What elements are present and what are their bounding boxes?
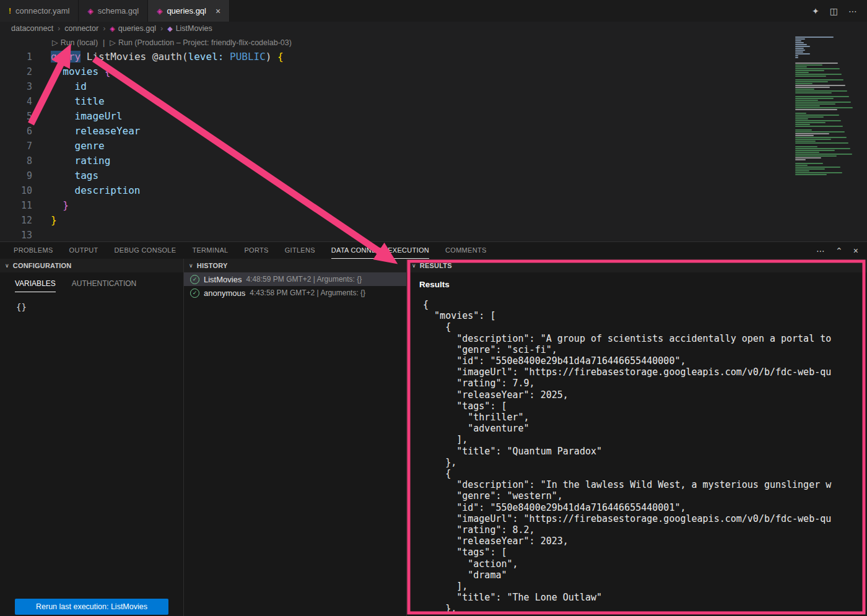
- codelens-bar: ▷Run (local) | ▷Run (Production – Projec…: [0, 35, 867, 50]
- minimap-line: [795, 85, 845, 86]
- editor-title-actions: ✦ ◫ ⋯: [812, 0, 867, 22]
- minimap-line: [795, 59, 865, 60]
- breadcrumb: dataconnect›connector›◈queries.gql›◆List…: [0, 22, 867, 35]
- code-token: id: [75, 80, 87, 92]
- breadcrumb-item-dataconnect[interactable]: dataconnect: [11, 24, 53, 33]
- minimap-line: [795, 90, 847, 92]
- panel-tab-gitlens[interactable]: GITLENS: [285, 242, 315, 259]
- history-item-anonymous[interactable]: ✓anonymous4:43:58 PM GMT+2 | Arguments: …: [184, 286, 406, 300]
- code-line-4: 4 title: [0, 94, 867, 109]
- minimap-line: [795, 96, 849, 97]
- panel-tab-debug-console[interactable]: DEBUG CONSOLE: [115, 242, 176, 259]
- breadcrumb-item-listmovies[interactable]: ◆ListMovies: [167, 24, 212, 33]
- code-text: [32, 228, 51, 241]
- panel-tab-output[interactable]: OUTPUT: [69, 242, 98, 259]
- code-token: rating: [75, 155, 111, 167]
- code-token: [51, 199, 63, 211]
- panel-tab-bar: PROBLEMSOUTPUTDEBUG CONSOLETERMINALPORTS…: [0, 242, 867, 259]
- panel-more-icon[interactable]: ⋯: [816, 246, 825, 256]
- line-number: 12: [0, 213, 32, 228]
- graphql-operation-icon: ◆: [167, 25, 172, 33]
- results-header[interactable]: ∨ RESULTS: [407, 259, 867, 272]
- minimap-line: [795, 170, 809, 171]
- code-token: [98, 66, 105, 77]
- code-text: query ListMovies @auth(level: PUBLIC) {: [32, 50, 284, 64]
- run-local-link[interactable]: ▷Run (local): [52, 38, 98, 47]
- rerun-button[interactable]: Rerun last execution: ListMovies: [15, 599, 168, 615]
- close-panel-icon[interactable]: ×: [853, 246, 858, 256]
- minimap[interactable]: [795, 37, 865, 176]
- tab-connector-yaml[interactable]: !connector.yaml: [0, 0, 79, 22]
- breadcrumb-separator: ›: [160, 24, 163, 33]
- code-token: level:: [188, 51, 224, 63]
- breadcrumb-label: connector: [64, 24, 98, 33]
- variables-value[interactable]: {}: [16, 302, 183, 312]
- code-token: [271, 51, 277, 63]
- tab-queries-gql[interactable]: ◈queries.gql×: [148, 0, 230, 22]
- code-token: [51, 80, 75, 92]
- line-number: 10: [0, 183, 32, 198]
- minimap-line: [795, 70, 824, 71]
- minimap-line: [795, 81, 828, 82]
- more-actions-icon[interactable]: ⋯: [848, 6, 857, 16]
- minimap-line: [795, 50, 805, 51]
- close-icon[interactable]: ×: [216, 6, 220, 16]
- results-title: RESULTS: [420, 262, 452, 269]
- minimap-line: [795, 128, 865, 129]
- breadcrumb-item-connector[interactable]: connector: [64, 24, 98, 33]
- code-text: genre: [32, 139, 105, 154]
- chevron-down-icon: ∨: [189, 262, 193, 269]
- history-title: HISTORY: [197, 262, 228, 269]
- code-line-1: 1query ListMovies @auth(level: PUBLIC) {: [0, 50, 867, 64]
- copilot-icon[interactable]: ✦: [812, 6, 819, 16]
- panel-tab-problems[interactable]: PROBLEMS: [14, 242, 53, 259]
- code-text: }: [32, 198, 69, 213]
- tab-authentication[interactable]: AUTHENTICATION: [72, 275, 136, 292]
- code-token: imageUrl: [75, 110, 123, 122]
- line-number: 2: [0, 64, 32, 79]
- code-token: [81, 51, 87, 63]
- line-number: 4: [0, 94, 32, 109]
- history-meta: 4:48:59 PM GMT+2 | Arguments: {}: [246, 275, 362, 284]
- code-lines[interactable]: 1query ListMovies @auth(level: PUBLIC) {…: [0, 50, 867, 241]
- minimap-line: [795, 68, 840, 69]
- code-line-3: 3 id: [0, 79, 867, 94]
- history-header[interactable]: ∨ HISTORY: [184, 259, 406, 272]
- minimap-line: [795, 161, 865, 162]
- line-number: 7: [0, 139, 32, 154]
- history-item-listmovies[interactable]: ✓ListMovies4:48:59 PM GMT+2 | Arguments:…: [184, 272, 406, 286]
- panel-tab-comments[interactable]: COMMENTS: [445, 242, 487, 259]
- breadcrumb-item-queries-gql[interactable]: ◈queries.gql: [110, 24, 156, 33]
- minimap-line: [795, 154, 852, 155]
- code-token: (: [182, 51, 188, 63]
- minimap-line: [795, 66, 807, 67]
- code-line-11: 11 }: [0, 198, 867, 213]
- minimap-line: [795, 72, 809, 73]
- code-text: title: [32, 94, 105, 109]
- minimap-line: [795, 38, 805, 40]
- split-editor-icon[interactable]: ◫: [830, 6, 838, 16]
- tab-variables[interactable]: VARIABLES: [15, 275, 56, 292]
- tab-schema-gql[interactable]: ◈schema.gql: [79, 0, 148, 22]
- code-token: tags: [75, 170, 99, 181]
- code-token: releaseYear: [75, 125, 141, 137]
- results-json[interactable]: { "movies": [ { "description": "A group …: [407, 299, 867, 615]
- results-section: ∨ RESULTS Results { "movies": [ { "descr…: [407, 259, 867, 616]
- code-text: imageUrl: [32, 109, 123, 124]
- configuration-header[interactable]: ∨ CONFIGURATION: [0, 259, 183, 272]
- run-production-link[interactable]: ▷Run (Production – Project: friendly-fli…: [110, 38, 292, 47]
- code-token: [146, 51, 152, 63]
- minimap-line: [795, 168, 825, 170]
- minimap-line: [795, 148, 850, 149]
- minimap-line: [795, 141, 816, 142]
- minimap-line: [795, 63, 838, 64]
- panel-tab-ports[interactable]: PORTS: [244, 242, 268, 259]
- panel-tab-data-connect-execution[interactable]: DATA CONNECT EXECUTION: [331, 242, 429, 259]
- line-number: 6: [0, 124, 32, 139]
- code-text: }: [32, 213, 57, 228]
- panel-tab-terminal[interactable]: TERMINAL: [192, 242, 228, 259]
- minimap-line: [795, 120, 841, 121]
- maximize-panel-icon[interactable]: ⌃: [835, 246, 843, 256]
- minimap-line: [795, 94, 865, 95]
- bottom-panel: PROBLEMSOUTPUTDEBUG CONSOLETERMINALPORTS…: [0, 241, 867, 616]
